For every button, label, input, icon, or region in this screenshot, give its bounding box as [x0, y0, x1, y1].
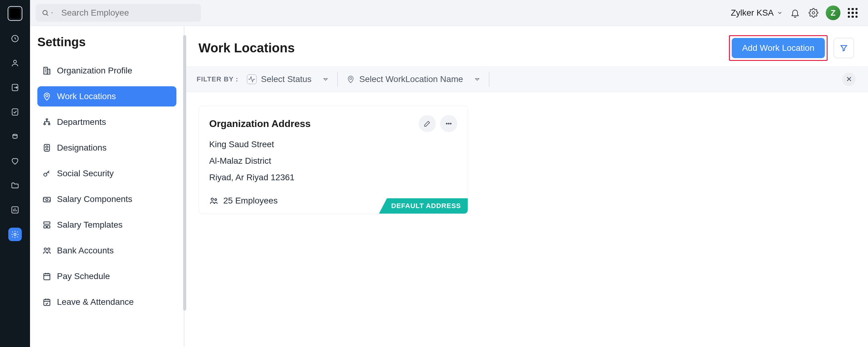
org-switcher[interactable]: Zylker KSA: [731, 8, 783, 18]
sidebar-item-label: Departments: [57, 117, 106, 127]
apps-launcher-icon[interactable]: [846, 7, 859, 19]
svg-point-14: [44, 123, 45, 125]
svg-point-18: [44, 173, 47, 176]
svg-rect-22: [44, 226, 46, 228]
key-icon: [42, 169, 52, 178]
nav-rail: [0, 0, 30, 347]
rail-loans-icon[interactable]: [8, 130, 22, 143]
badge-icon: [42, 143, 52, 152]
sidebar-item-departments[interactable]: Departments: [37, 112, 177, 132]
sidebar-item-social-security[interactable]: Social Security: [37, 163, 177, 184]
svg-point-25: [48, 248, 50, 250]
avatar-initial: Z: [831, 8, 836, 18]
settings-sidebar: Settings Organization Profile Work Locat…: [30, 26, 184, 347]
sidebar-item-org-profile[interactable]: Organization Profile: [37, 61, 177, 81]
address-line: Al-Malaz District: [209, 156, 457, 166]
svg-point-29: [446, 123, 447, 124]
filter-name-select[interactable]: Select WorkLocation Name: [346, 72, 490, 86]
address-line: King Saud Street: [209, 140, 457, 149]
rail-benefits-icon[interactable]: [8, 154, 22, 168]
chevron-down-icon: [473, 75, 482, 83]
sidebar-item-designations[interactable]: Designations: [37, 138, 177, 158]
clear-filters-button[interactable]: ✕: [842, 72, 856, 86]
bank-icon: [42, 246, 52, 255]
card-title: Organization Address: [209, 118, 414, 130]
calendar-icon: [42, 272, 52, 281]
sidebar-item-label: Work Locations: [57, 92, 116, 101]
svg-rect-10: [44, 67, 47, 74]
sidebar-item-label: Designations: [57, 143, 106, 153]
top-bar: Zylker KSA Z: [30, 0, 868, 26]
sidebar-item-pay-schedule[interactable]: Pay Schedule: [37, 266, 177, 286]
svg-rect-26: [44, 274, 50, 280]
org-name-label: Zylker KSA: [731, 8, 774, 18]
work-location-card: Organization Address King Saud Street Al…: [198, 106, 468, 214]
svg-point-17: [45, 146, 48, 148]
svg-rect-23: [47, 226, 50, 228]
search-wrap: [35, 4, 201, 22]
add-work-location-button[interactable]: Add Work Location: [732, 38, 825, 58]
calendar-check-icon: [42, 298, 52, 307]
sidebar-item-label: Pay Schedule: [57, 271, 110, 281]
sidebar-scrollbar[interactable]: [183, 35, 186, 311]
sidebar-item-label: Social Security: [57, 169, 114, 178]
svg-rect-16: [44, 144, 50, 151]
svg-point-24: [44, 248, 46, 250]
rail-employee-icon[interactable]: [8, 56, 22, 70]
settings-title: Settings: [37, 35, 177, 49]
sidebar-item-leave-attendance[interactable]: Leave & Attendance: [37, 292, 177, 312]
rail-dashboard-icon[interactable]: [8, 32, 22, 45]
sidebar-item-label: Salary Components: [57, 194, 132, 204]
employee-count: 25 Employees: [223, 196, 278, 206]
svg-point-3: [13, 60, 16, 63]
rail-settings-icon[interactable]: [8, 228, 22, 241]
rail-documents-icon[interactable]: [8, 179, 22, 192]
svg-rect-5: [12, 109, 18, 115]
content-area: Work Locations Add Work Location FILTER …: [184, 26, 868, 347]
svg-rect-11: [47, 69, 50, 74]
svg-point-15: [49, 123, 50, 125]
rail-login-icon[interactable]: [8, 81, 22, 94]
pencil-icon: [423, 119, 431, 128]
ellipsis-icon: [445, 119, 453, 128]
svg-point-13: [46, 119, 48, 120]
svg-point-32: [211, 198, 214, 201]
svg-point-31: [450, 123, 451, 124]
template-icon: [42, 220, 52, 230]
filter-label: FILTER BY :: [197, 75, 238, 83]
rail-approvals-icon[interactable]: [8, 105, 22, 119]
search-input[interactable]: [56, 4, 197, 22]
avatar[interactable]: Z: [826, 5, 840, 20]
filter-status-select[interactable]: Select Status: [247, 72, 338, 86]
filter-status-label: Select Status: [261, 74, 311, 84]
org-icon: [42, 117, 52, 127]
svg-point-7: [14, 234, 16, 236]
sidebar-item-label: Organization Profile: [57, 66, 132, 76]
settings-gear-icon[interactable]: [807, 7, 819, 19]
sidebar-item-salary-templates[interactable]: Salary Templates: [37, 215, 177, 235]
filter-bar: FILTER BY : Select Status Select WorkLoc…: [184, 66, 868, 92]
people-icon: [209, 196, 218, 205]
sidebar-item-work-locations[interactable]: Work Locations: [37, 86, 177, 106]
sidebar-item-bank-accounts[interactable]: Bank Accounts: [37, 241, 177, 261]
svg-point-20: [45, 199, 48, 201]
search-scope-dropdown[interactable]: [39, 9, 56, 16]
app-logo-icon[interactable]: [8, 6, 22, 21]
pin-icon: [42, 92, 52, 101]
filter-toggle-button[interactable]: [834, 38, 854, 58]
svg-point-12: [45, 95, 48, 97]
page-title: Work Locations: [198, 41, 723, 56]
add-button-highlight: Add Work Location: [729, 35, 828, 61]
default-address-ribbon: DEFAULT ADDRESS: [379, 198, 468, 214]
sidebar-item-label: Salary Templates: [57, 220, 123, 230]
svg-rect-0: [10, 8, 20, 19]
money-icon: [42, 195, 52, 204]
notifications-icon[interactable]: [789, 7, 801, 19]
sidebar-item-salary-components[interactable]: Salary Components: [37, 189, 177, 209]
svg-point-28: [350, 77, 352, 79]
more-menu-button[interactable]: [440, 115, 457, 132]
svg-point-30: [448, 123, 449, 124]
edit-button[interactable]: [419, 115, 436, 132]
svg-point-33: [215, 199, 217, 201]
rail-reports-icon[interactable]: [8, 203, 22, 217]
